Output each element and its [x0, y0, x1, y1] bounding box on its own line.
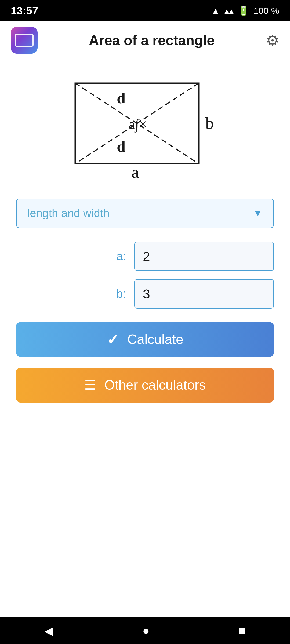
- calculate-button[interactable]: ✓ Calculate: [16, 322, 274, 357]
- recents-button[interactable]: ■: [238, 624, 246, 637]
- b-input-label: b:: [105, 287, 126, 301]
- diagram-svg: d d a∫× b a: [64, 75, 226, 182]
- calculate-label: Calculate: [127, 332, 183, 347]
- rectangle-diagram: d d a∫× b a: [64, 75, 226, 182]
- other-calculators-button[interactable]: ☰ Other calculators: [16, 368, 274, 402]
- svg-text:d: d: [117, 138, 125, 155]
- dropdown-arrow-icon: ▼: [253, 208, 263, 219]
- wifi-icon: ▲: [211, 6, 220, 16]
- app-header: Area of a rectangle ⚙: [0, 21, 290, 59]
- svg-text:a: a: [132, 163, 139, 181]
- other-calculators-label: Other calculators: [104, 377, 206, 393]
- app-icon: [11, 27, 38, 54]
- checkmark-icon: ✓: [107, 331, 119, 348]
- input-row-b: b:: [16, 279, 274, 309]
- settings-icon[interactable]: ⚙: [266, 32, 279, 49]
- b-input[interactable]: [134, 279, 274, 309]
- dropdown-selected-value: length and width: [27, 207, 110, 220]
- signal-icon: ▴▴: [224, 5, 234, 16]
- home-button[interactable]: ●: [142, 624, 150, 637]
- input-row-a: a:: [16, 241, 274, 271]
- svg-text:b: b: [205, 114, 214, 132]
- svg-text:d: d: [117, 89, 125, 107]
- svg-text:a∫×: a∫×: [129, 116, 147, 133]
- status-time: 13:57: [11, 5, 38, 17]
- status-bar: 13:57 ▲ ▴▴ 🔋 100 %: [0, 0, 290, 21]
- page-title: Area of a rectangle: [38, 32, 266, 48]
- dropdown-container: length and width ▼: [16, 199, 274, 228]
- status-icons: ▲ ▴▴ 🔋 100 %: [211, 5, 279, 16]
- app-icon-inner: [15, 34, 34, 47]
- main-content: d d a∫× b a length and width ▼ a: b: ✓: [0, 59, 290, 617]
- battery-level: 100 %: [253, 6, 279, 16]
- list-icon: ☰: [84, 377, 96, 393]
- bottom-nav-bar: ◀ ● ■: [0, 617, 290, 644]
- a-input[interactable]: [134, 241, 274, 271]
- battery-icon: 🔋: [238, 5, 249, 16]
- back-button[interactable]: ◀: [44, 624, 53, 638]
- method-dropdown[interactable]: length and width ▼: [16, 199, 274, 228]
- a-input-label: a:: [105, 250, 126, 263]
- inputs-section: a: b:: [16, 241, 274, 309]
